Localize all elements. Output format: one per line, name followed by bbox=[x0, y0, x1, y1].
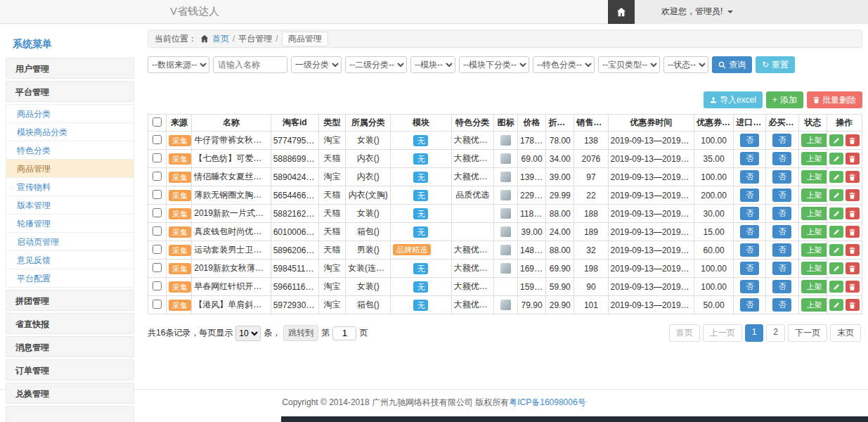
batch-delete-button[interactable]: 批量删除 bbox=[807, 91, 862, 108]
must-buy-toggle[interactable]: 否 bbox=[772, 134, 791, 147]
page-button[interactable]: 2 bbox=[766, 324, 785, 342]
must-buy-toggle[interactable]: 否 bbox=[772, 188, 791, 202]
sidebar-group-4[interactable]: 消息管理 bbox=[6, 336, 134, 357]
sidebar-item[interactable]: 宣传物料 bbox=[6, 178, 134, 196]
import-select-toggle[interactable]: 否 bbox=[740, 170, 759, 184]
sidebar-item[interactable]: 意见反馈 bbox=[6, 251, 134, 269]
delete-button[interactable] bbox=[846, 226, 860, 238]
edit-button[interactable] bbox=[829, 262, 843, 274]
sidebar-item[interactable]: 特色分类 bbox=[6, 141, 134, 160]
delete-button[interactable] bbox=[846, 207, 860, 219]
filter-select-data-source[interactable]: --数据来源-- bbox=[148, 56, 209, 73]
page-button[interactable]: 末页 bbox=[830, 324, 861, 342]
filter-select-level1-category[interactable]: 一级分类 bbox=[291, 56, 342, 73]
must-buy-toggle[interactable]: 否 bbox=[772, 207, 791, 220]
import-select-toggle[interactable]: 否 bbox=[740, 298, 759, 312]
status-toggle[interactable]: 上架 bbox=[801, 262, 827, 275]
sidebar-item[interactable]: 启动页管理 bbox=[6, 233, 134, 251]
edit-button[interactable] bbox=[829, 244, 843, 256]
import-select-toggle[interactable]: 否 bbox=[740, 134, 759, 147]
edit-button[interactable] bbox=[829, 226, 843, 238]
delete-button[interactable] bbox=[846, 262, 860, 274]
delete-button[interactable] bbox=[846, 189, 860, 201]
page-button[interactable]: 1 bbox=[745, 324, 764, 342]
row-checkbox[interactable] bbox=[153, 190, 162, 199]
filter-select-level2-category[interactable]: --二级分类-- bbox=[345, 56, 407, 73]
delete-button[interactable] bbox=[846, 244, 860, 256]
import-excel-button[interactable]: 导入excel bbox=[704, 91, 763, 108]
import-select-toggle[interactable]: 否 bbox=[740, 188, 759, 202]
sidebar-group-1[interactable]: 平台管理 bbox=[6, 81, 134, 102]
sidebar-group-5[interactable]: 订单管理 bbox=[6, 359, 134, 381]
sidebar-item[interactable]: 商品管理 bbox=[6, 160, 134, 178]
row-checkbox[interactable] bbox=[153, 135, 162, 144]
filter-select-treasure-type[interactable]: --宝贝类型-- bbox=[598, 56, 660, 73]
row-checkbox[interactable] bbox=[153, 245, 162, 254]
must-buy-toggle[interactable]: 否 bbox=[772, 262, 791, 275]
row-checkbox[interactable] bbox=[153, 153, 162, 162]
delete-button[interactable] bbox=[846, 153, 860, 165]
sidebar-item[interactable]: 轮播管理 bbox=[6, 215, 134, 233]
status-toggle[interactable]: 上架 bbox=[801, 298, 827, 312]
edit-button[interactable] bbox=[829, 189, 843, 201]
row-checkbox[interactable] bbox=[153, 172, 162, 181]
row-checkbox[interactable] bbox=[153, 281, 162, 290]
user-menu[interactable]: 欢迎您，管理员! bbox=[635, 0, 868, 24]
filter-select-module-subcategory[interactable]: --模块下分类-- bbox=[459, 56, 529, 73]
sidebar-group-3[interactable]: 省直快报 bbox=[6, 313, 134, 334]
breadcrumb-home-link[interactable]: 首页 bbox=[212, 33, 229, 45]
delete-button[interactable] bbox=[846, 281, 860, 293]
status-toggle[interactable]: 上架 bbox=[801, 225, 827, 238]
edit-button[interactable] bbox=[829, 207, 843, 219]
jump-to-button[interactable]: 跳转到 bbox=[283, 325, 318, 341]
row-checkbox[interactable] bbox=[153, 226, 162, 236]
row-checkbox[interactable] bbox=[153, 208, 162, 217]
page-button[interactable]: 首页 bbox=[669, 324, 700, 342]
sidebar-group-6[interactable]: 兑换管理 bbox=[6, 383, 134, 404]
filter-select-module[interactable]: --模块-- bbox=[410, 56, 455, 73]
per-page-select[interactable]: 10 bbox=[235, 326, 261, 341]
status-toggle[interactable]: 上架 bbox=[801, 134, 827, 147]
filter-select-status[interactable]: --状态-- bbox=[663, 56, 708, 73]
must-buy-toggle[interactable]: 否 bbox=[772, 280, 791, 293]
delete-button[interactable] bbox=[846, 134, 860, 146]
import-select-toggle[interactable]: 否 bbox=[740, 243, 759, 257]
must-buy-toggle[interactable]: 否 bbox=[772, 298, 791, 312]
search-button[interactable]: 查询 bbox=[712, 56, 752, 73]
import-select-toggle[interactable]: 否 bbox=[740, 262, 759, 275]
row-checkbox[interactable] bbox=[153, 300, 162, 309]
sidebar-group-0[interactable]: 用户管理 bbox=[6, 58, 134, 79]
status-toggle[interactable]: 上架 bbox=[801, 243, 827, 257]
reset-button[interactable]: ↻ 重置 bbox=[756, 56, 795, 73]
must-buy-toggle[interactable]: 否 bbox=[772, 225, 791, 238]
product-name-input[interactable] bbox=[213, 56, 287, 73]
must-buy-toggle[interactable]: 否 bbox=[772, 152, 791, 165]
status-toggle[interactable]: 上架 bbox=[801, 280, 827, 293]
select-all-checkbox[interactable] bbox=[153, 117, 162, 127]
edit-button[interactable] bbox=[829, 134, 843, 146]
must-buy-toggle[interactable]: 否 bbox=[772, 243, 791, 257]
page-number-input[interactable] bbox=[332, 326, 356, 340]
sidebar-item[interactable]: 模块商品分类 bbox=[6, 123, 134, 141]
sidebar-group-2[interactable]: 拼团管理 bbox=[6, 290, 134, 311]
sidebar-item[interactable]: 商品分类 bbox=[6, 105, 134, 123]
icp-link[interactable]: 粤ICP备16098006号 bbox=[509, 397, 585, 407]
sidebar-item[interactable]: 平台配置 bbox=[6, 269, 134, 288]
edit-button[interactable] bbox=[829, 171, 843, 183]
home-button[interactable] bbox=[608, 0, 635, 24]
delete-button[interactable] bbox=[846, 171, 860, 183]
status-toggle[interactable]: 上架 bbox=[801, 207, 827, 220]
add-button[interactable]: + 添加 bbox=[766, 91, 803, 108]
sidebar-item[interactable]: 版本管理 bbox=[6, 196, 134, 215]
import-select-toggle[interactable]: 否 bbox=[740, 280, 759, 293]
delete-button[interactable] bbox=[846, 299, 860, 311]
must-buy-toggle[interactable]: 否 bbox=[772, 170, 791, 184]
import-select-toggle[interactable]: 否 bbox=[740, 152, 759, 165]
edit-button[interactable] bbox=[829, 281, 843, 293]
import-select-toggle[interactable]: 否 bbox=[740, 225, 759, 238]
status-toggle[interactable]: 上架 bbox=[801, 170, 827, 184]
page-button[interactable]: 上一页 bbox=[703, 324, 742, 342]
sidebar-group-7[interactable] bbox=[6, 406, 134, 422]
edit-button[interactable] bbox=[829, 153, 843, 165]
filter-select-featured-category[interactable]: --特色分类-- bbox=[533, 56, 595, 73]
